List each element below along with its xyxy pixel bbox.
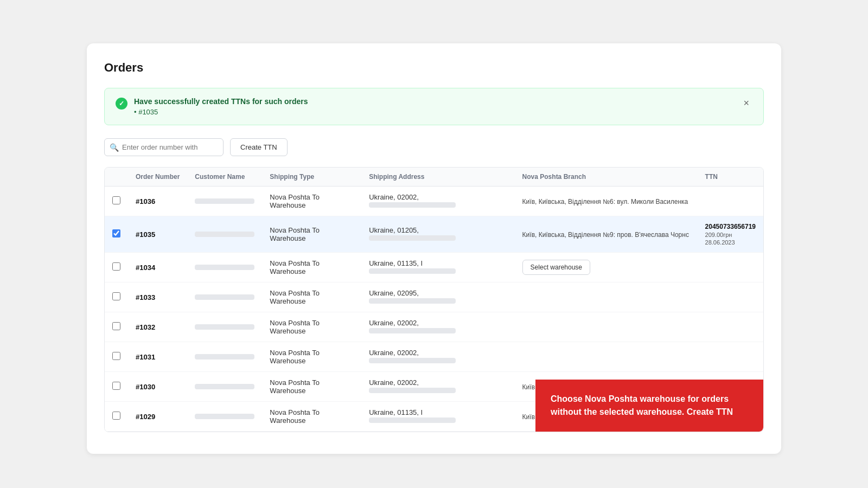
row-checkbox[interactable]	[112, 412, 120, 420]
table-row: #1031 Nova Poshta To Warehouse Ukraine, …	[105, 342, 763, 372]
shipping-type-cell: Nova Poshta To Warehouse	[262, 187, 361, 216]
orders-table-wrap: Order Number Customer Name Shipping Type…	[104, 167, 764, 432]
header-shipping-type: Shipping Type	[262, 168, 361, 187]
header-nova-branch: Nova Poshta Branch	[515, 168, 698, 187]
row-checkbox[interactable]	[112, 229, 120, 237]
order-number-cell: #1030	[128, 372, 187, 402]
order-number-cell: #1031	[128, 342, 187, 372]
toolbar: 🔍 Create TTN	[104, 138, 764, 156]
create-ttn-button[interactable]: Create TTN	[230, 138, 288, 156]
success-icon	[116, 98, 127, 110]
success-title: Have successfully created TTNs for such …	[134, 97, 308, 106]
ttn-cell: 20450733656719 209.00грн 28.06.2023	[698, 216, 763, 253]
search-input[interactable]	[104, 138, 224, 156]
shipping-type-cell: Nova Poshta To Warehouse	[262, 216, 361, 253]
checkbox-cell	[105, 253, 128, 282]
customer-name-cell	[187, 282, 262, 312]
ttn-cell	[698, 187, 763, 216]
table-row: #1035 Nova Poshta To Warehouse Ukraine, …	[105, 216, 763, 253]
order-number-cell: #1036	[128, 187, 187, 216]
search-icon: 🔍	[110, 143, 119, 152]
order-number-cell: #1032	[128, 312, 187, 342]
shipping-type-cell: Nova Poshta To Warehouse	[262, 253, 361, 282]
shipping-address-cell: Ukraine, 01205,	[361, 216, 514, 253]
shipping-type-cell: Nova Poshta To Warehouse	[262, 312, 361, 342]
shipping-type-cell: Nova Poshta To Warehouse	[262, 402, 361, 432]
nova-branch-cell	[515, 312, 698, 342]
row-checkbox[interactable]	[112, 262, 120, 271]
header-shipping-address: Shipping Address	[361, 168, 514, 187]
row-checkbox[interactable]	[112, 322, 120, 330]
checkbox-cell	[105, 282, 128, 312]
header-order-number: Order Number	[128, 168, 187, 187]
nova-branch-cell: Київ, Київська, Відділення №9: пров. В'я…	[515, 216, 698, 253]
order-number-cell: #1034	[128, 253, 187, 282]
customer-name-cell	[187, 312, 262, 342]
shipping-address-cell: Ukraine, 01135, I	[361, 253, 514, 282]
table-header-row: Order Number Customer Name Shipping Type…	[105, 168, 763, 187]
ttn-cell	[698, 342, 763, 372]
nova-branch-cell: Київ, Київська, Відділення №6: вул. Мико…	[515, 187, 698, 216]
close-banner-button[interactable]: ×	[740, 97, 752, 109]
order-number-cell: #1033	[128, 282, 187, 312]
header-ttn: TTN	[698, 168, 763, 187]
success-text: Have successfully created TTNs for such …	[134, 97, 308, 116]
customer-name-cell	[187, 342, 262, 372]
checkbox-cell	[105, 342, 128, 372]
checkbox-cell	[105, 312, 128, 342]
shipping-address-cell: Ukraine, 02002,	[361, 312, 514, 342]
success-banner: Have successfully created TTNs for such …	[104, 88, 764, 125]
ttn-cell	[698, 253, 763, 282]
warehouse-tooltip: Choose Nova Poshta warehouse for orders …	[535, 380, 763, 432]
order-number-cell: #1035	[128, 216, 187, 253]
row-checkbox[interactable]	[112, 382, 120, 390]
customer-name-cell	[187, 402, 262, 432]
tooltip-text: Choose Nova Poshta warehouse for orders …	[551, 394, 733, 416]
shipping-type-cell: Nova Poshta To Warehouse	[262, 282, 361, 312]
customer-name-cell	[187, 253, 262, 282]
row-checkbox[interactable]	[112, 292, 120, 300]
header-checkbox-cell	[105, 168, 128, 187]
header-customer-name: Customer Name	[187, 168, 262, 187]
row-checkbox[interactable]	[112, 196, 120, 204]
shipping-address-cell: Ukraine, 02002,	[361, 187, 514, 216]
customer-name-cell	[187, 187, 262, 216]
nova-branch-cell	[515, 342, 698, 372]
row-checkbox[interactable]	[112, 352, 120, 360]
ttn-cell	[698, 312, 763, 342]
shipping-address-cell: Ukraine, 01135, I	[361, 402, 514, 432]
shipping-type-cell: Nova Poshta To Warehouse	[262, 372, 361, 402]
shipping-address-cell: Ukraine, 02002,	[361, 342, 514, 372]
checkbox-cell	[105, 402, 128, 432]
nova-branch-cell	[515, 282, 698, 312]
select-warehouse-button[interactable]: Select warehouse	[522, 260, 590, 275]
search-wrap: 🔍	[104, 138, 224, 156]
nova-branch-cell: Select warehouse	[515, 253, 698, 282]
customer-name-cell	[187, 372, 262, 402]
table-row: #1033 Nova Poshta To Warehouse Ukraine, …	[105, 282, 763, 312]
checkbox-cell	[105, 372, 128, 402]
shipping-address-cell: Ukraine, 02002,	[361, 372, 514, 402]
table-row: #1036 Nova Poshta To Warehouse Ukraine, …	[105, 187, 763, 216]
order-number-cell: #1029	[128, 402, 187, 432]
shipping-type-cell: Nova Poshta To Warehouse	[262, 342, 361, 372]
ttn-cell	[698, 282, 763, 312]
orders-page: Orders Have successfully created TTNs fo…	[87, 43, 781, 454]
page-title: Orders	[104, 61, 764, 75]
success-order-ref: • #1035	[134, 108, 308, 116]
checkbox-cell	[105, 216, 128, 253]
customer-name-cell	[187, 216, 262, 253]
table-row: #1032 Nova Poshta To Warehouse Ukraine, …	[105, 312, 763, 342]
table-row: #1034 Nova Poshta To Warehouse Ukraine, …	[105, 253, 763, 282]
shipping-address-cell: Ukraine, 02095,	[361, 282, 514, 312]
checkbox-cell	[105, 187, 128, 216]
